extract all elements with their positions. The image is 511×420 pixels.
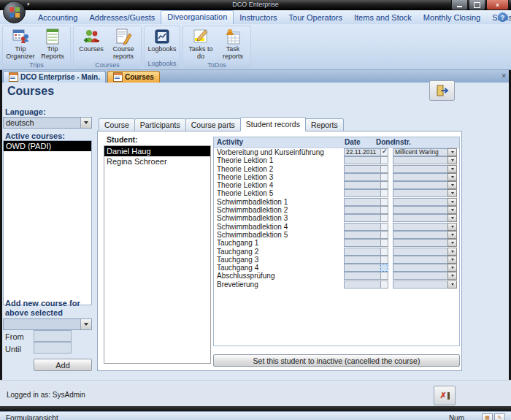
done-checkbox[interactable] (380, 239, 388, 247)
student-list[interactable]: Daniel Haug Regina Schroeer (104, 145, 211, 364)
instructor-dropdown-icon[interactable] (447, 198, 457, 206)
done-checkbox[interactable] (380, 223, 388, 231)
design-view-icon[interactable]: ✎ (494, 413, 505, 420)
active-courses-list[interactable]: OWD (PADI) (3, 140, 92, 305)
done-checkbox[interactable] (380, 156, 388, 164)
date-cell[interactable] (344, 272, 381, 280)
instructor-dropdown-icon[interactable] (447, 248, 457, 256)
date-cell[interactable] (344, 239, 381, 247)
date-cell[interactable] (344, 189, 381, 197)
instructor-cell[interactable] (393, 206, 449, 214)
courses-button[interactable]: Courses (75, 27, 107, 53)
ribbon-tab-instructors[interactable]: Instructors (234, 12, 283, 24)
date-cell[interactable]: 22.11.2011 (344, 148, 381, 156)
help-icon[interactable]: ? (498, 12, 507, 22)
tab-student-records[interactable]: Student records (240, 117, 306, 131)
instructor-dropdown-icon[interactable] (447, 272, 457, 280)
done-checkbox[interactable] (380, 256, 388, 264)
instructor-cell[interactable] (393, 256, 449, 264)
instructor-dropdown-icon[interactable] (447, 223, 457, 231)
instructor-cell[interactable] (393, 181, 449, 189)
instructor-cell[interactable] (393, 198, 449, 206)
instructor-cell[interactable] (393, 214, 449, 222)
done-checkbox[interactable] (380, 248, 388, 256)
done-checkbox[interactable] (380, 198, 388, 206)
date-cell[interactable] (344, 231, 381, 239)
language-dropdown[interactable]: deutsch (3, 117, 92, 129)
date-cell[interactable] (344, 206, 381, 214)
until-field[interactable] (34, 342, 72, 354)
done-checkbox[interactable] (380, 148, 388, 156)
instructor-dropdown-icon[interactable] (447, 148, 457, 156)
tasks-to-do-button[interactable]: Tasks to do (185, 27, 217, 61)
date-cell[interactable] (344, 198, 381, 206)
instructor-dropdown-icon[interactable] (447, 280, 457, 289)
date-cell[interactable] (344, 256, 381, 264)
instructor-dropdown-icon[interactable] (447, 173, 457, 181)
instructor-cell[interactable] (393, 239, 449, 247)
instructor-cell[interactable] (393, 223, 449, 231)
date-cell[interactable] (344, 223, 381, 231)
done-checkbox[interactable] (380, 272, 388, 280)
instructor-dropdown-icon[interactable] (447, 239, 457, 247)
done-checkbox[interactable] (380, 206, 388, 214)
trip-organizer-button[interactable]: Trip Organizer (4, 27, 36, 61)
document-close-icon[interactable]: ✕ (501, 72, 507, 80)
done-checkbox[interactable] (380, 181, 388, 189)
instructor-dropdown-icon[interactable] (447, 256, 457, 264)
tab-reports[interactable]: Reports (305, 118, 344, 131)
instructor-dropdown-icon[interactable] (447, 264, 457, 272)
document-tab-main[interactable]: DCO Enterprise - Main. (3, 71, 106, 83)
date-cell[interactable] (344, 280, 381, 289)
task-reports-button[interactable]: Task reports (217, 27, 249, 61)
ribbon-tab-items-and-stock[interactable]: Items and Stock (348, 12, 418, 24)
office-button[interactable] (3, 1, 26, 23)
set-inactive-button[interactable]: Set this student to inactive (cancelled … (213, 354, 460, 367)
date-cell[interactable] (344, 156, 381, 164)
chevron-down-icon[interactable] (80, 319, 91, 329)
from-field[interactable] (34, 330, 72, 342)
document-tab-courses[interactable]: Courses (107, 71, 160, 83)
instructor-dropdown-icon[interactable] (447, 165, 457, 173)
student-list-item[interactable]: Regina Schroeer (104, 156, 210, 167)
instructor-cell[interactable] (393, 272, 449, 280)
form-view-icon[interactable]: ▦ (482, 413, 493, 420)
new-course-dropdown[interactable] (3, 318, 92, 330)
date-cell[interactable] (344, 181, 381, 189)
done-checkbox[interactable] (380, 280, 388, 289)
close-button[interactable]: x (486, 0, 509, 10)
instructor-dropdown-icon[interactable] (447, 231, 457, 239)
ribbon-tab-addresses-guests[interactable]: Addresses/Guests (83, 12, 161, 24)
ribbon-tab-tour-operators[interactable]: Tour Operators (283, 12, 348, 24)
close-form-button[interactable] (429, 80, 455, 101)
tab-course-parts[interactable]: Course parts (185, 118, 241, 131)
instructor-dropdown-icon[interactable] (447, 214, 457, 222)
course-reports-button[interactable]: Course reports (107, 27, 139, 61)
date-cell[interactable] (344, 248, 381, 256)
minimize-button[interactable] (451, 0, 468, 10)
exit-application-button[interactable]: ✗ (434, 386, 456, 405)
instructor-cell[interactable]: Millicent Waring (393, 148, 449, 156)
instructor-dropdown-icon[interactable] (447, 189, 457, 197)
tab-participants[interactable]: Participants (134, 118, 186, 131)
instructor-cell[interactable] (393, 165, 449, 173)
done-checkbox[interactable] (380, 173, 388, 181)
quick-access-dropdown-icon[interactable]: ▾ (27, 1, 30, 7)
instructor-cell[interactable] (393, 173, 449, 181)
instructor-cell[interactable] (393, 280, 449, 289)
instructor-dropdown-icon[interactable] (447, 156, 457, 164)
date-cell[interactable] (344, 165, 381, 173)
instructor-cell[interactable] (393, 248, 449, 256)
tab-course[interactable]: Course (99, 118, 135, 131)
course-list-item[interactable]: OWD (PADI) (4, 141, 91, 151)
trip-reports-button[interactable]: Trip Reports (36, 27, 69, 61)
instructor-cell[interactable] (393, 264, 449, 272)
date-cell[interactable] (344, 264, 381, 272)
done-checkbox[interactable] (380, 231, 388, 239)
ribbon-tab-diveorganisation[interactable]: Diveorganisation (161, 10, 234, 24)
ribbon-tab-accounting[interactable]: Accounting (32, 12, 83, 24)
instructor-cell[interactable] (393, 189, 449, 197)
logbooks-button[interactable]: Logbooks (146, 27, 178, 53)
instructor-dropdown-icon[interactable] (447, 206, 457, 214)
done-checkbox[interactable] (380, 165, 388, 173)
